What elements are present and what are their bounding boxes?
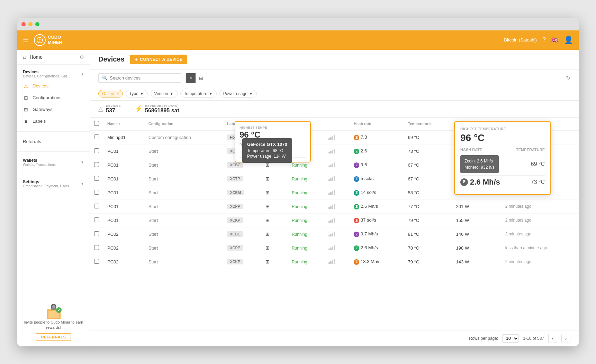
row-checkbox[interactable] — [94, 162, 99, 167]
cell-config: Custom configuration — [144, 130, 223, 144]
svg-text:C: C — [39, 39, 41, 42]
zcoin-icon: Ƶ — [460, 178, 468, 186]
hamburger-icon[interactable]: ☰ — [23, 36, 28, 44]
header-name: Name ↑ — [103, 118, 144, 130]
settings-icon[interactable]: ⚙ — [80, 54, 84, 60]
row-checkbox[interactable] — [94, 176, 99, 181]
power-filter-arrow: ▼ — [249, 91, 253, 96]
cell-name: PC01 — [103, 172, 144, 186]
cell-label: XCKP — [223, 255, 261, 269]
select-all-checkbox[interactable] — [94, 121, 99, 126]
filter-version[interactable]: Version ▼ — [151, 90, 178, 97]
sidebar-item-labels[interactable]: ■ Labels — [17, 115, 90, 127]
popup-row2-hash-val: 2.6 Mh/s — [470, 178, 500, 187]
minimize-button[interactable] — [28, 22, 33, 26]
devices-stat-info: DEVICES 537 — [106, 104, 121, 114]
cell-lastseen: 2 minutes ago — [501, 199, 579, 213]
row-checkbox[interactable] — [94, 204, 99, 208]
connect-device-button[interactable]: + CONNECT A DEVICE — [130, 55, 188, 64]
connect-btn-label: CONNECT A DEVICE — [140, 57, 182, 62]
cell-lastseen: 2 minutes ago — [501, 227, 579, 241]
cell-name: PC01 — [103, 199, 144, 213]
pagination: Rows per page: 10 20 50 1-10 of 537 ‹ › — [90, 330, 579, 346]
maximize-button[interactable] — [35, 22, 39, 26]
cell-hash: Ƶ5 sol/s — [350, 172, 404, 186]
logo-icon: C — [34, 34, 46, 46]
sidebar-item-devices[interactable]: ⚠ Devices — [17, 80, 90, 92]
sidebar: ⌂ Home ⚙ Devices Devices, Configurations… — [17, 50, 90, 346]
settings-collapse[interactable]: ▼ — [81, 182, 84, 186]
referral-banner: ✓ Invite people to Cudo Miner to earn re… — [17, 293, 90, 346]
sidebar-item-referrals[interactable]: Referrals — [17, 136, 90, 147]
cell-temp: 58 °C — [404, 186, 452, 199]
currency-label: Bitcoin (Satoshi) — [504, 37, 537, 43]
table-row[interactable]: PC02 Start XCPP ⊞ Running Ƶ2.6 Mh/s 78 °… — [90, 241, 579, 255]
row-checkbox[interactable] — [94, 134, 99, 139]
table-row[interactable]: PC02 Start XCBC ⊞ Running Ƶ9.7 Mh/s 81 °… — [90, 227, 579, 241]
next-page-button[interactable]: › — [561, 334, 570, 343]
rows-per-page-select[interactable]: 10 20 50 — [502, 334, 519, 343]
left-popup-hash-label: Hash rate — [240, 151, 258, 156]
wallets-collapse[interactable]: ▼ — [81, 160, 84, 164]
cell-label: XCPP — [223, 241, 261, 255]
sidebar-section-referrals: Referrals — [17, 133, 90, 150]
logo-area: C CUDOMINER — [34, 34, 62, 46]
cell-bars — [324, 213, 350, 227]
popup-coin-box: Zcoin: 2.6 Mh/s Monero: 932 h/s — [460, 155, 499, 173]
cell-temp: 67 °C — [404, 158, 452, 172]
cell-bars — [324, 186, 350, 199]
prev-page-button[interactable]: ‹ — [548, 334, 557, 343]
sidebar-home-item[interactable]: ⌂ Home ⚙ — [17, 50, 90, 65]
search-box[interactable]: 🔍 — [98, 73, 181, 83]
row-checkbox[interactable] — [94, 259, 99, 264]
table-row[interactable]: PC01 Start XCKP ⊞ Running Ƶ37 sol/s 79 °… — [90, 213, 579, 227]
user-icon[interactable]: 👤 — [564, 36, 573, 45]
cell-status: Running — [288, 227, 324, 241]
cell-config: Start — [144, 241, 223, 255]
configurations-icon: ⊞ — [23, 95, 29, 101]
filter-temperature[interactable]: Temperature ▼ — [180, 90, 217, 97]
os-icon: ⊞ — [265, 245, 270, 251]
sidebar-item-configurations[interactable]: ⊞ Configurations — [17, 92, 90, 104]
cell-status: Running — [288, 186, 324, 199]
cell-config: Start — [144, 186, 223, 199]
table-row[interactable]: PC01 Start XCPP ⊞ Running Ƶ2.6 Mh/s 77 °… — [90, 199, 579, 213]
collapse-icon[interactable]: ▲ — [81, 72, 84, 76]
referrals-button[interactable]: REFERRALS — [36, 333, 71, 341]
header-hash: Hash rate — [350, 118, 404, 130]
row-checkbox[interactable] — [94, 245, 99, 250]
app-window: ☰ C CUDOMINER Bitcoin (Satoshi) ? 🇬🇧 👤 — [17, 18, 579, 346]
search-icon: 🔍 — [102, 75, 108, 81]
table-row[interactable]: PC02 Start XCKP ⊞ Running Ƶ13.3 Mh/s 79 … — [90, 255, 579, 269]
cell-status: Running — [288, 241, 324, 255]
revenue-stat-icon: ⚡ — [135, 105, 142, 113]
filter-power[interactable]: Power usage ▼ — [219, 90, 257, 97]
row-checkbox[interactable] — [94, 231, 99, 236]
row-checkbox[interactable] — [94, 190, 99, 195]
online-filter-close[interactable]: ✕ — [116, 92, 119, 95]
grid-view-button[interactable]: ⊞ — [196, 73, 207, 83]
sidebar-item-gateways[interactable]: ⊟ Gateways — [17, 104, 90, 115]
help-icon[interactable]: ? — [542, 36, 546, 44]
cell-temp: 77 °C — [404, 199, 452, 213]
temp-filter-label: Temperature — [184, 91, 207, 96]
cell-hash: Ƶ37 sol/s — [350, 213, 404, 227]
cell-bars — [324, 158, 350, 172]
cell-hash: Ƶ14 sol/s — [350, 186, 404, 199]
cell-hash: Ƶ2.6 Mh/s — [350, 199, 404, 213]
cell-lastseen: 2 minutes ago — [501, 213, 579, 227]
page-header: Devices + CONNECT A DEVICE — [90, 50, 579, 69]
temp-filter-arrow: ▼ — [209, 91, 213, 96]
close-button[interactable] — [21, 22, 26, 26]
list-view-button[interactable]: ≡ — [186, 73, 196, 83]
flag-icon[interactable]: 🇬🇧 — [551, 37, 558, 43]
svg-rect-8 — [51, 308, 56, 310]
content-area: Devices + CONNECT A DEVICE 🔍 ≡ ⊞ — [90, 50, 579, 346]
filter-online[interactable]: Online ✕ — [98, 90, 123, 97]
refresh-button[interactable]: ↻ — [566, 75, 570, 81]
search-input[interactable] — [110, 75, 178, 81]
filter-type[interactable]: Type ▼ — [126, 90, 148, 97]
cell-hash: Ƶ13.3 Mh/s — [350, 255, 404, 269]
row-checkbox[interactable] — [94, 148, 99, 153]
row-checkbox[interactable] — [94, 217, 99, 222]
